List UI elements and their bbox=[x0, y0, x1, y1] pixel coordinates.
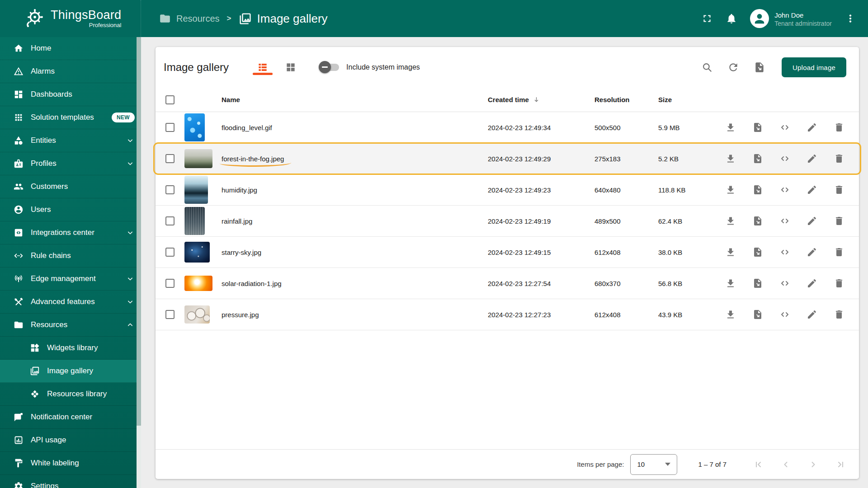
column-header-created-time[interactable]: Created time bbox=[488, 96, 594, 103]
edit-icon[interactable] bbox=[807, 247, 817, 258]
embed-code-icon[interactable] bbox=[779, 184, 790, 195]
embed-code-icon[interactable] bbox=[779, 247, 790, 258]
row-checkbox[interactable] bbox=[165, 216, 175, 225]
embed-code-icon[interactable] bbox=[779, 153, 790, 164]
sidebar-item-resources[interactable]: Resources bbox=[0, 314, 141, 337]
delete-icon[interactable] bbox=[834, 216, 844, 226]
download-icon[interactable] bbox=[725, 122, 736, 133]
export-icon[interactable] bbox=[752, 216, 763, 226]
sidebar-item-api-usage[interactable]: API usage bbox=[0, 429, 141, 452]
select-all-checkbox[interactable] bbox=[165, 95, 175, 104]
sidebar-item-users[interactable]: Users bbox=[0, 198, 141, 221]
items-per-page-select[interactable]: 10 bbox=[630, 454, 677, 475]
embed-code-icon[interactable] bbox=[779, 216, 790, 226]
fullscreen-icon[interactable] bbox=[701, 13, 713, 24]
table-row[interactable]: flooding_level.gif 2024-02-23 12:49:34 5… bbox=[156, 112, 859, 143]
table-row[interactable]: humidity.jpg 2024-02-23 12:49:23 640x480… bbox=[156, 174, 859, 206]
sidebar-item-integrations-center[interactable]: Integrations center bbox=[0, 221, 141, 244]
export-icon[interactable] bbox=[752, 309, 763, 320]
image-gallery-card: Image gallery Include system images bbox=[156, 47, 859, 479]
download-icon[interactable] bbox=[725, 247, 736, 258]
embed-code-icon[interactable] bbox=[779, 309, 790, 320]
download-icon[interactable] bbox=[725, 216, 736, 226]
edit-icon[interactable] bbox=[807, 216, 817, 226]
edit-icon[interactable] bbox=[807, 278, 817, 289]
sidebar-item-resources-library[interactable]: Resources library bbox=[0, 383, 141, 406]
sidebar-item-advanced-features[interactable]: Advanced features bbox=[0, 291, 141, 314]
sidebar-item-customers[interactable]: Customers bbox=[0, 175, 141, 198]
first-page-icon[interactable] bbox=[753, 459, 764, 470]
embed-code-icon[interactable] bbox=[779, 278, 790, 289]
resolution: 489x500 bbox=[594, 217, 658, 225]
apps-grid-icon bbox=[14, 113, 24, 122]
app-logo[interactable]: ThingsBoard Professional bbox=[0, 0, 141, 37]
sidebar-item-edge-management[interactable]: Edge management bbox=[0, 267, 141, 291]
column-header-name[interactable]: Name bbox=[222, 96, 488, 103]
export-icon[interactable] bbox=[752, 153, 763, 164]
embed-code-icon[interactable] bbox=[779, 122, 790, 133]
table-row-highlighted[interactable]: forest-in-the-fog.jpeg 2024-02-23 12:49:… bbox=[156, 143, 859, 174]
last-page-icon[interactable] bbox=[835, 459, 846, 470]
more-vert-icon[interactable] bbox=[844, 13, 856, 24]
user-menu[interactable]: John Doe Tenant administrator bbox=[750, 9, 832, 28]
column-header-size[interactable]: Size bbox=[658, 96, 719, 103]
edit-icon[interactable] bbox=[807, 309, 817, 320]
row-checkbox[interactable] bbox=[165, 279, 175, 288]
grid-view-tab[interactable] bbox=[279, 47, 302, 88]
edit-icon[interactable] bbox=[807, 184, 817, 195]
download-icon[interactable] bbox=[725, 153, 736, 164]
breadcrumb-image-gallery[interactable]: Image gallery bbox=[239, 12, 328, 26]
file-size: 5.2 KB bbox=[658, 155, 719, 163]
delete-icon[interactable] bbox=[834, 278, 844, 289]
delete-icon[interactable] bbox=[834, 309, 844, 320]
sidebar-item-profiles[interactable]: Profiles bbox=[0, 152, 141, 175]
sidebar-item-image-gallery[interactable]: Image gallery bbox=[0, 360, 141, 383]
sidebar-item-label: Solution templates bbox=[31, 113, 94, 122]
delete-icon[interactable] bbox=[834, 153, 844, 164]
row-checkbox[interactable] bbox=[165, 310, 175, 319]
export-icon[interactable] bbox=[752, 278, 763, 289]
sidebar-scrollbar-thumb[interactable] bbox=[137, 37, 141, 426]
previous-page-icon[interactable] bbox=[780, 459, 791, 470]
edit-icon[interactable] bbox=[807, 122, 817, 133]
table-row[interactable]: solar-radiation-1.jpg 2024-02-23 12:27:5… bbox=[156, 268, 859, 299]
list-view-tab[interactable] bbox=[251, 47, 274, 88]
include-system-images-toggle[interactable]: Include system images bbox=[320, 63, 420, 71]
download-icon[interactable] bbox=[725, 184, 736, 195]
sidebar-item-rule-chains[interactable]: Rule chains bbox=[0, 244, 141, 267]
column-header-resolution[interactable]: Resolution bbox=[594, 96, 658, 103]
delete-icon[interactable] bbox=[834, 184, 844, 195]
edit-icon[interactable] bbox=[807, 153, 817, 164]
download-icon[interactable] bbox=[725, 309, 736, 320]
table-row[interactable]: pressure.jpg 2024-02-23 12:27:23 612x408… bbox=[156, 299, 859, 330]
row-checkbox[interactable] bbox=[165, 154, 175, 163]
breadcrumb-resources[interactable]: Resources bbox=[159, 13, 220, 24]
row-checkbox[interactable] bbox=[165, 248, 175, 257]
search-icon[interactable] bbox=[701, 61, 713, 73]
export-icon[interactable] bbox=[752, 184, 763, 195]
sidebar-item-notification-center[interactable]: Notification center bbox=[0, 406, 141, 429]
table-row[interactable]: rainfall.jpg 2024-02-23 12:49:19 489x500… bbox=[156, 206, 859, 237]
row-checkbox[interactable] bbox=[165, 123, 175, 132]
sidebar-item-dashboards[interactable]: Dashboards bbox=[0, 83, 141, 106]
notifications-bell-icon[interactable] bbox=[726, 13, 737, 24]
export-icon[interactable] bbox=[752, 247, 763, 258]
delete-icon[interactable] bbox=[834, 247, 844, 258]
sidebar-item-white-labeling[interactable]: White labeling bbox=[0, 452, 141, 475]
sidebar-item-settings[interactable]: Settings bbox=[0, 475, 141, 488]
sidebar-item-widgets-library[interactable]: Widgets library bbox=[0, 337, 141, 360]
sidebar-item-entities[interactable]: Entities bbox=[0, 129, 141, 152]
table-row[interactable]: starry-sky.jpg 2024-02-23 12:49:15 612x4… bbox=[156, 237, 859, 268]
next-page-icon[interactable] bbox=[808, 459, 819, 470]
row-checkbox[interactable] bbox=[165, 185, 175, 194]
delete-icon[interactable] bbox=[834, 122, 844, 133]
upload-image-button[interactable]: Upload image bbox=[782, 57, 846, 77]
sidebar-item-home[interactable]: Home bbox=[0, 37, 141, 60]
thingsboard-logo-icon bbox=[23, 7, 46, 30]
export-icon[interactable] bbox=[752, 122, 763, 133]
sidebar-item-solution-templates[interactable]: Solution templates NEW bbox=[0, 106, 141, 129]
sidebar-item-alarms[interactable]: Alarms bbox=[0, 60, 141, 83]
import-image-icon[interactable] bbox=[754, 61, 765, 73]
download-icon[interactable] bbox=[725, 278, 736, 289]
refresh-icon[interactable] bbox=[727, 61, 739, 73]
